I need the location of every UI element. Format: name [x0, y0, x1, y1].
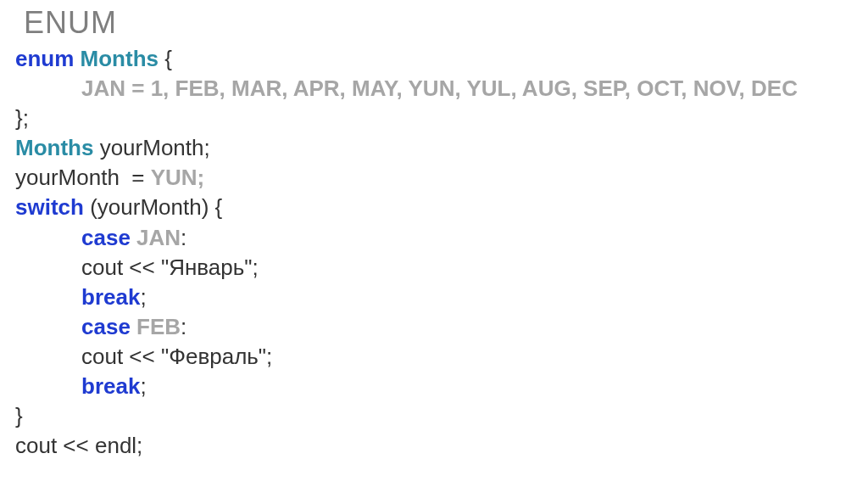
code-line-1: enum Months {: [15, 44, 853, 74]
enum-values: JAN = 1, FEB, MAR, APR, MAY, YUN, YUL, A…: [81, 76, 798, 101]
slide-body: ENUM enum Months { JAN = 1, FEB, MAR, AP…: [0, 5, 868, 461]
code-line-2: JAN = 1, FEB, MAR, APR, MAY, YUN, YUL, A…: [15, 74, 853, 104]
code-line-7: case JAN:: [15, 223, 853, 253]
code-line-6: switch (yourMonth) {: [15, 193, 853, 222]
code-line-3: };: [15, 104, 853, 133]
slide-title: ENUM: [24, 5, 853, 41]
kw-case-1: case: [81, 225, 131, 250]
code-line-11: cout << "Февраль";: [15, 342, 853, 372]
kw-break-2: break: [81, 373, 140, 399]
kw-enum: enum: [15, 46, 74, 71]
code-line-4: Months yourMonth;: [15, 133, 853, 163]
code-line-14: cout << endl;: [15, 431, 853, 461]
const-jan: JAN: [136, 225, 181, 250]
code-line-12: break;: [15, 372, 853, 401]
kw-switch: switch: [15, 194, 84, 220]
kw-case-2: case: [81, 314, 131, 339]
code-line-8: cout << "Январь";: [15, 253, 853, 283]
brace-open: {: [159, 46, 172, 71]
type-months-decl: Months: [15, 135, 93, 160]
code-block: enum Months { JAN = 1, FEB, MAR, APR, MA…: [15, 44, 853, 461]
code-line-5: yourMonth = YUN;: [15, 163, 853, 193]
code-line-10: case FEB:: [15, 312, 853, 342]
type-months: Months: [81, 46, 159, 71]
code-line-13: }: [15, 401, 853, 431]
const-feb: FEB: [136, 314, 181, 339]
code-line-9: break;: [15, 283, 853, 312]
const-yun: YUN;: [151, 165, 205, 190]
kw-break-1: break: [81, 284, 140, 310]
